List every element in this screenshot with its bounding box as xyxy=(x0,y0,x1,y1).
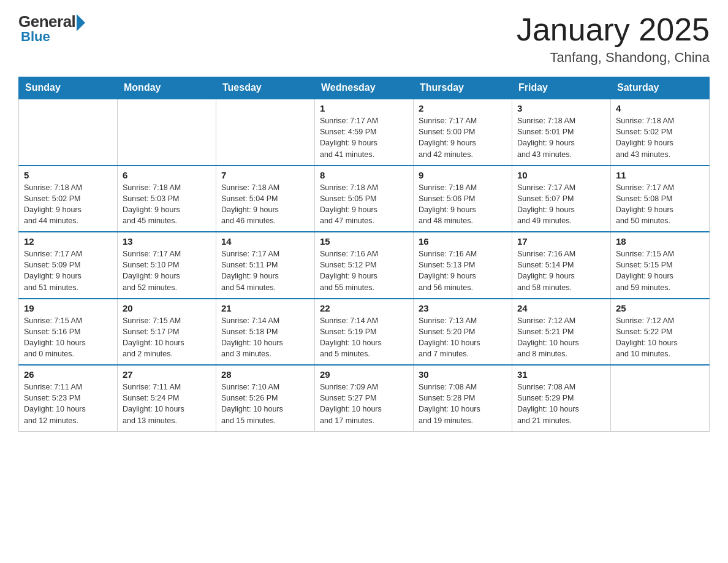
day-number: 15 xyxy=(320,236,408,247)
calendar-week-row: 1Sunrise: 7:17 AM Sunset: 4:59 PM Daylig… xyxy=(19,99,710,166)
day-info: Sunrise: 7:15 AM Sunset: 5:16 PM Dayligh… xyxy=(24,315,112,360)
day-number: 13 xyxy=(123,236,211,247)
logo-blue-text: Blue xyxy=(21,29,50,45)
day-info: Sunrise: 7:08 AM Sunset: 5:29 PM Dayligh… xyxy=(517,381,605,426)
day-info: Sunrise: 7:17 AM Sunset: 5:10 PM Dayligh… xyxy=(123,248,211,293)
calendar-week-row: 26Sunrise: 7:11 AM Sunset: 5:23 PM Dayli… xyxy=(19,365,710,431)
day-number: 8 xyxy=(320,170,408,180)
calendar-week-row: 12Sunrise: 7:17 AM Sunset: 5:09 PM Dayli… xyxy=(19,232,710,299)
calendar-day-cell: 19Sunrise: 7:15 AM Sunset: 5:16 PM Dayli… xyxy=(19,299,118,366)
day-number: 7 xyxy=(221,170,309,180)
day-number: 31 xyxy=(517,369,605,380)
day-info: Sunrise: 7:16 AM Sunset: 5:14 PM Dayligh… xyxy=(517,248,605,293)
day-number: 25 xyxy=(616,303,704,313)
calendar-day-cell: 16Sunrise: 7:16 AM Sunset: 5:13 PM Dayli… xyxy=(414,232,512,299)
calendar-day-cell: 14Sunrise: 7:17 AM Sunset: 5:11 PM Dayli… xyxy=(216,232,315,299)
day-info: Sunrise: 7:12 AM Sunset: 5:22 PM Dayligh… xyxy=(616,315,704,360)
day-info: Sunrise: 7:18 AM Sunset: 5:02 PM Dayligh… xyxy=(24,182,112,227)
calendar-day-cell: 5Sunrise: 7:18 AM Sunset: 5:02 PM Daylig… xyxy=(19,166,118,232)
calendar-day-cell: 29Sunrise: 7:09 AM Sunset: 5:27 PM Dayli… xyxy=(315,365,414,431)
day-info: Sunrise: 7:18 AM Sunset: 5:04 PM Dayligh… xyxy=(221,182,309,227)
calendar-header-row: SundayMondayTuesdayWednesdayThursdayFrid… xyxy=(19,77,710,99)
calendar-day-cell xyxy=(216,99,315,166)
day-info: Sunrise: 7:15 AM Sunset: 5:17 PM Dayligh… xyxy=(123,315,211,360)
day-info: Sunrise: 7:14 AM Sunset: 5:19 PM Dayligh… xyxy=(320,315,408,360)
day-number: 6 xyxy=(123,170,211,180)
day-info: Sunrise: 7:10 AM Sunset: 5:26 PM Dayligh… xyxy=(221,381,309,426)
calendar-day-cell xyxy=(611,365,710,431)
calendar-day-header: Wednesday xyxy=(315,77,414,99)
day-number: 18 xyxy=(616,236,704,247)
day-number: 4 xyxy=(616,103,704,113)
day-info: Sunrise: 7:18 AM Sunset: 5:03 PM Dayligh… xyxy=(123,182,211,227)
page-title: January 2025 xyxy=(517,12,710,47)
day-info: Sunrise: 7:18 AM Sunset: 5:01 PM Dayligh… xyxy=(517,115,605,160)
calendar-day-header: Tuesday xyxy=(216,77,315,99)
location-subtitle: Tanfang, Shandong, China xyxy=(517,50,710,66)
calendar-day-cell: 3Sunrise: 7:18 AM Sunset: 5:01 PM Daylig… xyxy=(512,99,611,166)
day-number: 10 xyxy=(517,170,605,180)
day-info: Sunrise: 7:15 AM Sunset: 5:15 PM Dayligh… xyxy=(616,248,704,293)
day-number: 11 xyxy=(616,170,704,180)
calendar-day-cell: 7Sunrise: 7:18 AM Sunset: 5:04 PM Daylig… xyxy=(216,166,315,232)
day-number: 30 xyxy=(419,369,507,380)
calendar-day-cell: 2Sunrise: 7:17 AM Sunset: 5:00 PM Daylig… xyxy=(414,99,512,166)
calendar-day-cell: 17Sunrise: 7:16 AM Sunset: 5:14 PM Dayli… xyxy=(512,232,611,299)
calendar-day-cell: 25Sunrise: 7:12 AM Sunset: 5:22 PM Dayli… xyxy=(611,299,710,366)
day-info: Sunrise: 7:14 AM Sunset: 5:18 PM Dayligh… xyxy=(221,315,309,360)
calendar-day-header: Monday xyxy=(118,77,216,99)
day-number: 5 xyxy=(24,170,112,180)
day-info: Sunrise: 7:12 AM Sunset: 5:21 PM Dayligh… xyxy=(517,315,605,360)
day-info: Sunrise: 7:08 AM Sunset: 5:28 PM Dayligh… xyxy=(419,381,507,426)
calendar-day-cell: 8Sunrise: 7:18 AM Sunset: 5:05 PM Daylig… xyxy=(315,166,414,232)
day-number: 14 xyxy=(221,236,309,247)
day-number: 2 xyxy=(419,103,507,113)
day-info: Sunrise: 7:18 AM Sunset: 5:02 PM Dayligh… xyxy=(616,115,704,160)
calendar-day-cell: 15Sunrise: 7:16 AM Sunset: 5:12 PM Dayli… xyxy=(315,232,414,299)
day-number: 27 xyxy=(123,369,211,380)
calendar-day-cell xyxy=(19,99,118,166)
day-number: 19 xyxy=(24,303,112,313)
calendar-day-cell: 18Sunrise: 7:15 AM Sunset: 5:15 PM Dayli… xyxy=(611,232,710,299)
day-info: Sunrise: 7:17 AM Sunset: 4:59 PM Dayligh… xyxy=(320,115,408,160)
day-info: Sunrise: 7:18 AM Sunset: 5:06 PM Dayligh… xyxy=(419,182,507,227)
day-info: Sunrise: 7:11 AM Sunset: 5:24 PM Dayligh… xyxy=(123,381,211,426)
day-info: Sunrise: 7:09 AM Sunset: 5:27 PM Dayligh… xyxy=(320,381,408,426)
calendar-day-cell: 9Sunrise: 7:18 AM Sunset: 5:06 PM Daylig… xyxy=(414,166,512,232)
day-number: 28 xyxy=(221,369,309,380)
calendar-day-cell: 13Sunrise: 7:17 AM Sunset: 5:10 PM Dayli… xyxy=(118,232,216,299)
day-info: Sunrise: 7:16 AM Sunset: 5:12 PM Dayligh… xyxy=(320,248,408,293)
day-number: 3 xyxy=(517,103,605,113)
calendar-day-cell: 27Sunrise: 7:11 AM Sunset: 5:24 PM Dayli… xyxy=(118,365,216,431)
calendar-day-cell: 1Sunrise: 7:17 AM Sunset: 4:59 PM Daylig… xyxy=(315,99,414,166)
day-number: 23 xyxy=(419,303,507,313)
day-number: 22 xyxy=(320,303,408,313)
day-number: 20 xyxy=(123,303,211,313)
calendar-day-cell: 24Sunrise: 7:12 AM Sunset: 5:21 PM Dayli… xyxy=(512,299,611,366)
calendar-day-header: Sunday xyxy=(19,77,118,99)
calendar-day-cell: 22Sunrise: 7:14 AM Sunset: 5:19 PM Dayli… xyxy=(315,299,414,366)
day-number: 17 xyxy=(517,236,605,247)
day-number: 29 xyxy=(320,369,408,380)
calendar-day-cell: 20Sunrise: 7:15 AM Sunset: 5:17 PM Dayli… xyxy=(118,299,216,366)
calendar-day-header: Friday xyxy=(512,77,611,99)
day-number: 21 xyxy=(221,303,309,313)
calendar-day-cell: 21Sunrise: 7:14 AM Sunset: 5:18 PM Dayli… xyxy=(216,299,315,366)
day-info: Sunrise: 7:11 AM Sunset: 5:23 PM Dayligh… xyxy=(24,381,112,426)
calendar-day-cell: 6Sunrise: 7:18 AM Sunset: 5:03 PM Daylig… xyxy=(118,166,216,232)
day-info: Sunrise: 7:13 AM Sunset: 5:20 PM Dayligh… xyxy=(419,315,507,360)
day-info: Sunrise: 7:17 AM Sunset: 5:11 PM Dayligh… xyxy=(221,248,309,293)
calendar-day-header: Thursday xyxy=(414,77,512,99)
calendar-day-header: Saturday xyxy=(611,77,710,99)
day-info: Sunrise: 7:16 AM Sunset: 5:13 PM Dayligh… xyxy=(419,248,507,293)
day-info: Sunrise: 7:17 AM Sunset: 5:09 PM Dayligh… xyxy=(24,248,112,293)
calendar-day-cell: 10Sunrise: 7:17 AM Sunset: 5:07 PM Dayli… xyxy=(512,166,611,232)
logo: General Blue xyxy=(18,12,85,45)
calendar-day-cell: 23Sunrise: 7:13 AM Sunset: 5:20 PM Dayli… xyxy=(414,299,512,366)
day-number: 12 xyxy=(24,236,112,247)
day-number: 16 xyxy=(419,236,507,247)
calendar-day-cell: 26Sunrise: 7:11 AM Sunset: 5:23 PM Dayli… xyxy=(19,365,118,431)
calendar-day-cell: 11Sunrise: 7:17 AM Sunset: 5:08 PM Dayli… xyxy=(611,166,710,232)
day-info: Sunrise: 7:17 AM Sunset: 5:08 PM Dayligh… xyxy=(616,182,704,227)
day-number: 26 xyxy=(24,369,112,380)
